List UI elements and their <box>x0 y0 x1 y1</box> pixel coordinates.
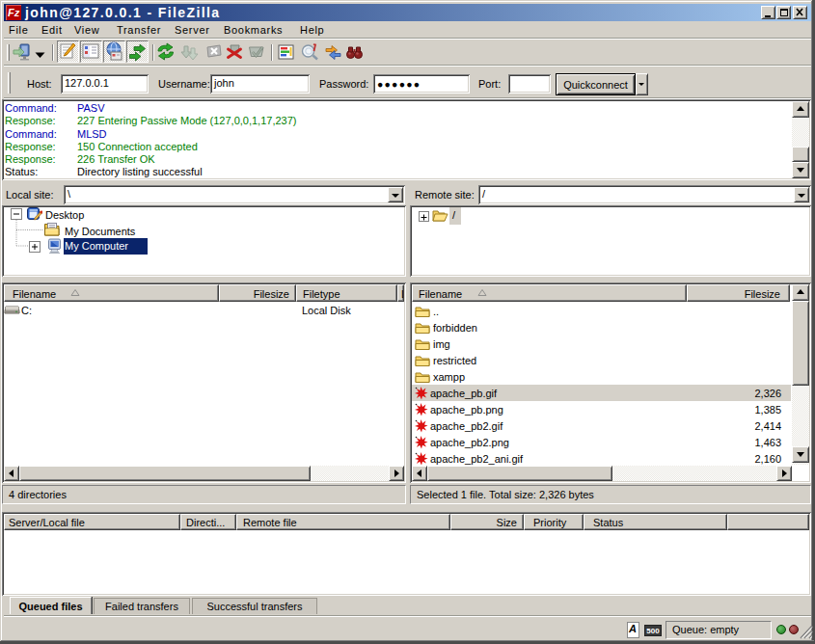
svg-text:Fz: Fz <box>8 7 20 18</box>
